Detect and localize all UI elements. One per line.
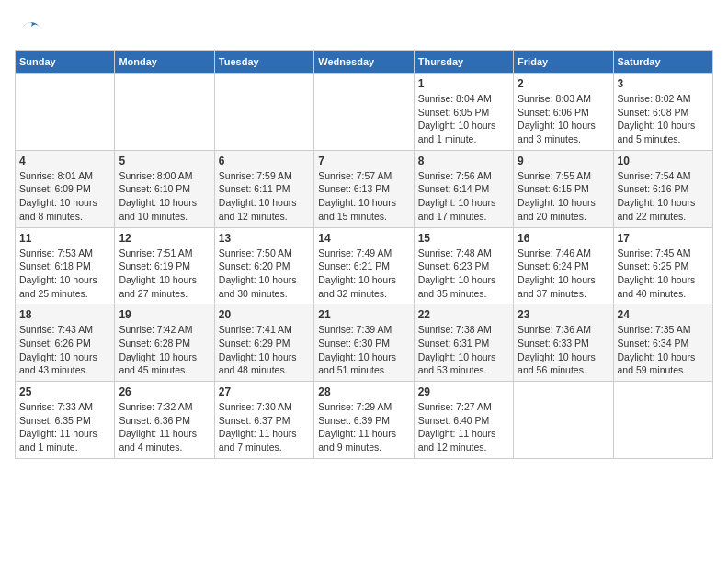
calendar-cell: 15Sunrise: 7:48 AM Sunset: 6:23 PM Dayli…	[414, 227, 513, 304]
calendar-cell: 5Sunrise: 8:00 AM Sunset: 6:10 PM Daylig…	[115, 150, 214, 227]
day-info: Sunrise: 7:51 AM Sunset: 6:19 PM Dayligh…	[119, 247, 210, 301]
calendar-cell: 1Sunrise: 8:04 AM Sunset: 6:05 PM Daylig…	[414, 74, 513, 151]
day-info: Sunrise: 7:48 AM Sunset: 6:23 PM Dayligh…	[418, 247, 509, 301]
calendar-cell: 14Sunrise: 7:49 AM Sunset: 6:21 PM Dayli…	[314, 227, 414, 304]
day-number: 5	[119, 155, 210, 167]
day-info: Sunrise: 7:57 AM Sunset: 6:13 PM Dayligh…	[318, 169, 409, 224]
calendar-cell: 26Sunrise: 7:32 AM Sunset: 6:36 PM Dayli…	[115, 382, 214, 459]
day-info: Sunrise: 7:39 AM Sunset: 6:30 PM Dayligh…	[318, 323, 409, 377]
header-thursday: Thursday	[414, 51, 513, 74]
day-info: Sunrise: 7:55 AM Sunset: 6:15 PM Dayligh…	[518, 169, 609, 224]
calendar-cell	[214, 74, 313, 151]
day-number: 4	[19, 155, 110, 167]
calendar-cell: 22Sunrise: 7:38 AM Sunset: 6:31 PM Dayli…	[414, 304, 513, 382]
day-info: Sunrise: 7:29 AM Sunset: 6:39 PM Dayligh…	[318, 400, 409, 454]
calendar-cell: 16Sunrise: 7:46 AM Sunset: 6:24 PM Dayli…	[514, 227, 613, 304]
day-info: Sunrise: 7:32 AM Sunset: 6:36 PM Dayligh…	[119, 400, 210, 454]
day-info: Sunrise: 7:33 AM Sunset: 6:35 PM Dayligh…	[19, 400, 110, 454]
day-number: 11	[19, 232, 110, 245]
day-number: 3	[618, 77, 709, 90]
day-number: 27	[219, 385, 310, 398]
calendar-cell: 17Sunrise: 7:45 AM Sunset: 6:25 PM Dayli…	[613, 227, 712, 304]
day-info: Sunrise: 7:50 AM Sunset: 6:20 PM Dayligh…	[219, 247, 310, 301]
calendar-cell: 2Sunrise: 8:03 AM Sunset: 6:06 PM Daylig…	[514, 74, 613, 151]
calendar-cell: 20Sunrise: 7:41 AM Sunset: 6:29 PM Dayli…	[214, 304, 313, 382]
calendar-cell: 29Sunrise: 7:27 AM Sunset: 6:40 PM Dayli…	[414, 382, 513, 459]
header-friday: Friday	[514, 51, 613, 74]
day-info: Sunrise: 7:43 AM Sunset: 6:26 PM Dayligh…	[19, 323, 110, 377]
day-info: Sunrise: 8:02 AM Sunset: 6:08 PM Dayligh…	[618, 92, 709, 146]
day-number: 21	[318, 308, 409, 321]
day-info: Sunrise: 7:54 AM Sunset: 6:16 PM Dayligh…	[618, 169, 709, 224]
day-number: 13	[219, 232, 310, 245]
day-info: Sunrise: 7:36 AM Sunset: 6:33 PM Dayligh…	[518, 323, 609, 377]
week-row-1: 4Sunrise: 8:01 AM Sunset: 6:09 PM Daylig…	[16, 150, 713, 227]
day-number: 23	[518, 308, 609, 321]
calendar-cell	[613, 382, 712, 459]
calendar-cell: 23Sunrise: 7:36 AM Sunset: 6:33 PM Dayli…	[514, 304, 613, 382]
calendar-cell: 27Sunrise: 7:30 AM Sunset: 6:37 PM Dayli…	[214, 382, 313, 459]
header-tuesday: Tuesday	[214, 51, 313, 74]
day-info: Sunrise: 8:01 AM Sunset: 6:09 PM Dayligh…	[19, 169, 110, 224]
day-number: 19	[119, 308, 210, 321]
day-number: 29	[418, 385, 509, 398]
day-info: Sunrise: 7:42 AM Sunset: 6:28 PM Dayligh…	[119, 323, 210, 377]
header-monday: Monday	[115, 51, 214, 74]
calendar-cell: 4Sunrise: 8:01 AM Sunset: 6:09 PM Daylig…	[16, 150, 115, 227]
day-info: Sunrise: 7:27 AM Sunset: 6:40 PM Dayligh…	[418, 400, 509, 454]
calendar-cell	[16, 74, 115, 151]
calendar-cell: 28Sunrise: 7:29 AM Sunset: 6:39 PM Dayli…	[314, 382, 414, 459]
day-number: 26	[119, 385, 210, 398]
day-number: 18	[19, 308, 110, 321]
calendar-cell: 7Sunrise: 7:57 AM Sunset: 6:13 PM Daylig…	[314, 150, 414, 227]
day-info: Sunrise: 7:38 AM Sunset: 6:31 PM Dayligh…	[418, 323, 509, 377]
day-number: 24	[618, 308, 709, 321]
calendar-cell: 18Sunrise: 7:43 AM Sunset: 6:26 PM Dayli…	[16, 304, 115, 382]
week-row-4: 25Sunrise: 7:33 AM Sunset: 6:35 PM Dayli…	[16, 382, 713, 459]
day-number: 10	[618, 155, 709, 167]
logo	[15, 15, 44, 40]
day-number: 1	[418, 77, 509, 90]
calendar-cell	[115, 74, 214, 151]
day-number: 8	[418, 155, 509, 167]
day-number: 7	[318, 155, 409, 167]
calendar-cell: 6Sunrise: 7:59 AM Sunset: 6:11 PM Daylig…	[214, 150, 313, 227]
calendar-cell: 13Sunrise: 7:50 AM Sunset: 6:20 PM Dayli…	[214, 227, 313, 304]
day-info: Sunrise: 8:03 AM Sunset: 6:06 PM Dayligh…	[518, 92, 609, 146]
header-sunday: Sunday	[16, 51, 115, 74]
calendar-table: SundayMondayTuesdayWednesdayThursdayFrid…	[15, 50, 713, 459]
calendar-cell	[314, 74, 414, 151]
calendar-cell: 9Sunrise: 7:55 AM Sunset: 6:15 PM Daylig…	[514, 150, 613, 227]
day-info: Sunrise: 8:04 AM Sunset: 6:05 PM Dayligh…	[418, 92, 509, 146]
day-info: Sunrise: 7:45 AM Sunset: 6:25 PM Dayligh…	[618, 247, 709, 301]
calendar-cell: 21Sunrise: 7:39 AM Sunset: 6:30 PM Dayli…	[314, 304, 414, 382]
day-number: 2	[518, 77, 609, 90]
day-number: 9	[518, 155, 609, 167]
calendar-cell: 10Sunrise: 7:54 AM Sunset: 6:16 PM Dayli…	[613, 150, 712, 227]
calendar-cell: 3Sunrise: 8:02 AM Sunset: 6:08 PM Daylig…	[613, 74, 712, 151]
header-saturday: Saturday	[613, 51, 712, 74]
calendar-cell: 11Sunrise: 7:53 AM Sunset: 6:18 PM Dayli…	[16, 227, 115, 304]
header-wednesday: Wednesday	[314, 51, 414, 74]
calendar-header-row: SundayMondayTuesdayWednesdayThursdayFrid…	[16, 51, 713, 74]
calendar-cell: 12Sunrise: 7:51 AM Sunset: 6:19 PM Dayli…	[115, 227, 214, 304]
day-info: Sunrise: 7:35 AM Sunset: 6:34 PM Dayligh…	[618, 323, 709, 377]
week-row-2: 11Sunrise: 7:53 AM Sunset: 6:18 PM Dayli…	[16, 227, 713, 304]
day-number: 28	[318, 385, 409, 398]
week-row-0: 1Sunrise: 8:04 AM Sunset: 6:05 PM Daylig…	[16, 74, 713, 151]
calendar-cell	[514, 382, 613, 459]
calendar-cell: 25Sunrise: 7:33 AM Sunset: 6:35 PM Dayli…	[16, 382, 115, 459]
day-number: 15	[418, 232, 509, 245]
page-header	[15, 15, 713, 40]
day-number: 22	[418, 308, 509, 321]
calendar-cell: 19Sunrise: 7:42 AM Sunset: 6:28 PM Dayli…	[115, 304, 214, 382]
day-number: 16	[518, 232, 609, 245]
day-number: 20	[219, 308, 310, 321]
day-info: Sunrise: 7:59 AM Sunset: 6:11 PM Dayligh…	[219, 169, 310, 224]
day-number: 25	[19, 385, 110, 398]
day-number: 17	[618, 232, 709, 245]
logo-icon	[18, 15, 44, 40]
day-number: 12	[119, 232, 210, 245]
calendar-cell: 24Sunrise: 7:35 AM Sunset: 6:34 PM Dayli…	[613, 304, 712, 382]
week-row-3: 18Sunrise: 7:43 AM Sunset: 6:26 PM Dayli…	[16, 304, 713, 382]
